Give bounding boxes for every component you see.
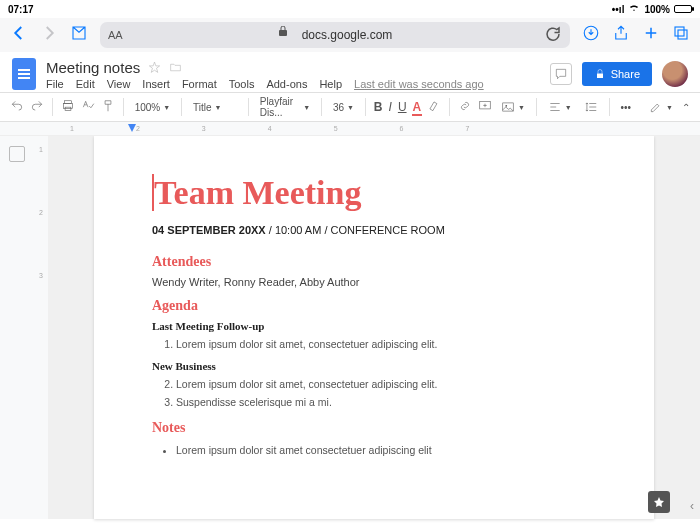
font-dropdown[interactable]: Playfair Dis...▼	[257, 96, 313, 118]
share-button-safari[interactable]	[612, 24, 630, 46]
section-agenda: Agenda	[152, 298, 596, 314]
svg-rect-7	[65, 107, 71, 111]
doc-heading: Team Meeting	[152, 174, 596, 212]
svg-rect-4	[597, 74, 603, 79]
print-button[interactable]	[61, 99, 75, 115]
style-dropdown[interactable]: Title▼	[190, 102, 240, 113]
align-button[interactable]: ▼	[545, 100, 575, 114]
svg-rect-3	[678, 30, 687, 39]
share-button[interactable]: Share	[582, 62, 652, 86]
text-color-button[interactable]: A	[413, 100, 422, 114]
menu-bar: File Edit View Insert Format Tools Add-o…	[46, 78, 540, 90]
lock-icon	[594, 68, 606, 80]
redo-button[interactable]	[30, 99, 44, 115]
insert-comment-button[interactable]	[478, 99, 492, 115]
lock-icon	[278, 26, 296, 44]
attendees-list: Wendy Writer, Ronny Reader, Abby Author	[152, 276, 596, 288]
line-spacing-button[interactable]	[581, 100, 601, 114]
spellcheck-button[interactable]	[81, 99, 95, 115]
forward-button[interactable]	[40, 24, 58, 46]
download-button[interactable]	[582, 24, 600, 46]
back-button[interactable]	[10, 24, 28, 46]
hide-menus-button[interactable]: ⌃	[682, 102, 690, 113]
last-edit-link[interactable]: Last edit was seconds ago	[354, 78, 484, 90]
insert-link-button[interactable]	[458, 99, 472, 115]
battery-icon	[674, 5, 692, 13]
ios-status-bar: 07:17 ••ıl 100%	[0, 0, 700, 18]
comments-button[interactable]	[550, 63, 572, 85]
list-item: Lorem ipsum dolor sit amet, consectetuer…	[176, 336, 596, 354]
svg-rect-6	[63, 104, 72, 109]
more-button[interactable]: •••	[618, 102, 635, 113]
move-icon[interactable]	[169, 61, 182, 74]
svg-rect-2	[675, 27, 684, 36]
url-text: docs.google.com	[302, 28, 393, 42]
tabs-button[interactable]	[672, 24, 690, 46]
menu-help[interactable]: Help	[319, 78, 342, 90]
address-bar[interactable]: AA docs.google.com	[100, 22, 570, 48]
account-avatar[interactable]	[662, 61, 688, 87]
text-size-button[interactable]: AA	[108, 29, 123, 41]
meeting-meta: 04 SEPTEMBER 20XX / 10:00 AM / CONFERENC…	[152, 224, 596, 236]
safari-toolbar: AA docs.google.com	[0, 18, 700, 52]
zoom-dropdown[interactable]: 100%▼	[132, 102, 174, 113]
outline-button[interactable]	[9, 146, 25, 162]
bold-button[interactable]: B	[374, 100, 383, 114]
star-icon[interactable]	[148, 61, 161, 74]
italic-button[interactable]: I	[389, 100, 392, 114]
formatting-toolbar: 100%▼ Title▼ Playfair Dis...▼ 36▼ B I U …	[0, 92, 700, 122]
wifi-icon	[628, 2, 640, 16]
agenda-sub2: New Business	[152, 360, 596, 372]
list-item: Lorem ipsum dolor sit amet consectetuer …	[176, 442, 596, 460]
menu-file[interactable]: File	[46, 78, 64, 90]
indent-marker[interactable]	[128, 124, 136, 132]
document-page[interactable]: Team Meeting 04 SEPTEMBER 20XX / 10:00 A…	[94, 136, 654, 519]
undo-button[interactable]	[10, 99, 24, 115]
font-size[interactable]: 36▼	[330, 102, 357, 113]
menu-insert[interactable]: Insert	[142, 78, 170, 90]
explore-button[interactable]	[648, 491, 670, 513]
document-title[interactable]: Meeting notes	[46, 59, 140, 76]
new-tab-button[interactable]	[642, 24, 660, 46]
vertical-ruler[interactable]: 1 2 3	[34, 136, 48, 519]
paint-format-button[interactable]	[101, 99, 115, 115]
agenda-sub1: Last Meeting Follow-up	[152, 320, 596, 332]
underline-button[interactable]: U	[398, 100, 407, 114]
expand-chevron[interactable]: ‹	[690, 499, 694, 513]
menu-tools[interactable]: Tools	[229, 78, 255, 90]
reload-button[interactable]	[544, 25, 562, 46]
docs-logo[interactable]	[12, 58, 36, 90]
battery-percent: 100%	[644, 4, 670, 15]
svg-rect-0	[279, 30, 287, 36]
svg-rect-5	[64, 101, 71, 104]
list-item: Suspendisse scelerisque mi a mi.	[176, 394, 596, 412]
insert-image-button[interactable]: ▼	[498, 100, 528, 114]
menu-format[interactable]: Format	[182, 78, 217, 90]
menu-edit[interactable]: Edit	[76, 78, 95, 90]
section-notes: Notes	[152, 420, 596, 436]
menu-view[interactable]: View	[107, 78, 131, 90]
section-attendees: Attendees	[152, 254, 596, 270]
svg-point-10	[505, 105, 507, 107]
menu-addons[interactable]: Add-ons	[266, 78, 307, 90]
bookmarks-button[interactable]	[70, 24, 88, 46]
list-item: Lorem ipsum dolor sit amet, consectetuer…	[176, 376, 596, 394]
horizontal-ruler[interactable]: 1 2 3 4 5 6 7	[0, 122, 700, 136]
docs-header: Meeting notes File Edit View Insert Form…	[0, 52, 700, 92]
clock: 07:17	[8, 4, 34, 15]
signal-icon: ••ıl	[612, 4, 625, 15]
editing-mode-button[interactable]: ▼	[646, 100, 676, 114]
highlight-button[interactable]	[427, 99, 441, 115]
